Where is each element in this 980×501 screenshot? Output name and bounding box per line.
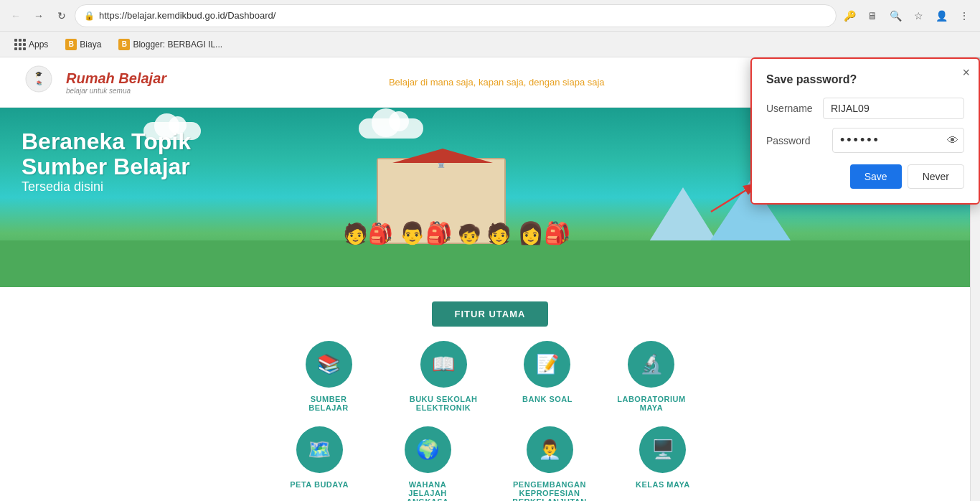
- page-content: 🎓 📚 Rumah Belajar belajar untuk semua Be…: [0, 57, 980, 501]
- laboratorium-maya-icon: 🔬: [628, 341, 674, 388]
- password-row: Password 👁: [766, 128, 964, 153]
- biaya-favicon: B: [65, 39, 77, 50]
- hero-subtitle: Tersedia disini: [22, 179, 191, 195]
- cast-button[interactable]: 🖥: [862, 6, 882, 26]
- buku-elektronik-icon: 📖: [420, 341, 467, 388]
- feature-wahana-jelajah[interactable]: 🌍 WAHANA JELAJAH ANGKASA: [392, 426, 463, 501]
- nav-actions: 🔑 🖥 🔍 ☆ 👤 ⋮: [839, 6, 974, 26]
- ground: [0, 240, 980, 287]
- menu-button[interactable]: ⋮: [954, 6, 974, 26]
- logo-text: Rumah Belajar belajar untuk semua: [66, 70, 166, 95]
- nav-bar: ← → ↻ 🔒 https://belajar.kemdikbud.go.id/…: [0, 0, 980, 32]
- wahana-jelajah-label: WAHANA JELAJAH ANGKASA: [392, 480, 463, 501]
- blogger-label: Blogger: BERBAGI IL...: [133, 39, 222, 50]
- sumber-belajar-icon: 📚: [306, 341, 352, 388]
- logo-title: Rumah Belajar: [66, 70, 166, 87]
- bookmark-blogger[interactable]: B Blogger: BERBAGI IL...: [113, 36, 228, 53]
- people-group: 🧑‍🎒 👨‍🎒 🧒 🧑 👩‍🎒: [343, 220, 570, 245]
- features-row-2: 🗺️ PETA BUDAYA 🌍 WAHANA JELAJAH ANGKASA …: [14, 426, 966, 501]
- logo-subtitle: belajar untuk semua: [66, 87, 166, 95]
- hero-title-line1: Beraneka Topik: [22, 129, 191, 154]
- cloud-2: [359, 118, 423, 139]
- save-password-dialog: Save password? × Username Password 👁 Sav…: [750, 57, 980, 205]
- back-button[interactable]: ←: [6, 6, 26, 26]
- show-password-icon[interactable]: 👁: [947, 134, 958, 147]
- hero-text: Beraneka Topik Sumber Belajar Tersedia d…: [22, 129, 191, 195]
- dialog-close-button[interactable]: ×: [962, 66, 970, 79]
- password-input[interactable]: [832, 128, 964, 153]
- bookmarks-bar: Apps B Biaya B Blogger: BERBAGI IL...: [0, 32, 980, 57]
- lock-icon: 🔒: [84, 11, 95, 21]
- apps-label: Apps: [29, 39, 48, 50]
- never-button[interactable]: Never: [908, 164, 964, 189]
- hero-title-line2: Sumber Belajar: [22, 154, 191, 179]
- svg-text:🎓: 🎓: [35, 70, 42, 78]
- wahana-jelajah-icon: 🌍: [405, 426, 451, 473]
- biaya-label: Biaya: [80, 39, 101, 50]
- bookmark-biaya[interactable]: B Biaya: [60, 36, 107, 53]
- dialog-title: Save password?: [766, 73, 964, 86]
- svg-text:📚: 📚: [37, 80, 42, 86]
- features-row-1: 📚 SUMBER BELAJAR 📖 BUKU SEKOLAH ELEKTRON…: [14, 327, 966, 426]
- address-bar[interactable]: 🔒 https://belajar.kemdikbud.go.id/Dashbo…: [75, 4, 837, 27]
- username-row: Username: [766, 98, 964, 119]
- feature-buku-elektronik[interactable]: 📖 BUKU SEKOLAH ELEKTRONIK: [407, 341, 479, 412]
- key-icon-button[interactable]: 🔑: [839, 6, 859, 26]
- reload-button[interactable]: ↻: [52, 6, 72, 26]
- fitur-utama-button[interactable]: FITUR UTAMA: [432, 301, 549, 327]
- svg-point-0: [26, 66, 52, 92]
- bookmark-apps[interactable]: Apps: [9, 36, 54, 53]
- save-button[interactable]: Save: [850, 164, 902, 189]
- fitur-section: FITUR UTAMA 📚 SUMBER BELAJAR 📖 BUKU SEKO…: [0, 287, 980, 501]
- logo-area: 🎓 📚 Rumah Belajar belajar untuk semua: [17, 65, 166, 100]
- username-label: Username: [766, 103, 814, 114]
- feature-sumber-belajar[interactable]: 📚 SUMBER BELAJAR: [293, 341, 364, 412]
- password-label: Password: [766, 135, 824, 146]
- kelas-maya-label: KELAS MAYA: [636, 480, 690, 489]
- browser-chrome: ← → ↻ 🔒 https://belajar.kemdikbud.go.id/…: [0, 0, 980, 501]
- feature-bank-soal[interactable]: 📝 BANK SOAL: [522, 341, 573, 412]
- bank-soal-icon: 📝: [524, 341, 570, 388]
- password-field-wrap: 👁: [832, 128, 964, 153]
- forward-button[interactable]: →: [29, 6, 49, 26]
- url-text: https://belajar.kemdikbud.go.id/Dashboar…: [99, 10, 827, 21]
- username-input[interactable]: [823, 98, 964, 119]
- search-button[interactable]: 🔍: [885, 6, 905, 26]
- apps-icon: [14, 39, 26, 50]
- blogger-favicon: B: [118, 39, 130, 50]
- feature-laboratorium-maya[interactable]: 🔬 LABORATORIUM MAYA: [616, 341, 687, 412]
- dialog-actions: Save Never: [766, 164, 964, 189]
- pengembangan-label: PENGEMBANGAN KEPROFESIAN BERKELANJUTAN: [507, 480, 593, 501]
- kelas-maya-icon: 🖥️: [639, 426, 686, 473]
- buku-elektronik-label: BUKU SEKOLAH ELEKTRONIK: [407, 395, 479, 412]
- bookmark-button[interactable]: ☆: [908, 6, 928, 26]
- sumber-belajar-label: SUMBER BELAJAR: [293, 395, 364, 412]
- site-tagline: Belajar di mana saja, kapan saja, dengan…: [166, 77, 826, 88]
- logo-image: 🎓 📚: [17, 65, 60, 100]
- pengembangan-icon: 👨‍💼: [527, 426, 573, 473]
- peta-budaya-label: PETA BUDAYA: [290, 480, 349, 489]
- peta-budaya-icon: 🗺️: [296, 426, 343, 473]
- feature-pengembangan-keprofesian[interactable]: 👨‍💼 PENGEMBANGAN KEPROFESIAN BERKELANJUT…: [507, 426, 593, 501]
- bank-soal-label: BANK SOAL: [522, 395, 573, 403]
- profile-button[interactable]: 👤: [931, 6, 951, 26]
- feature-peta-budaya[interactable]: 🗺️ PETA BUDAYA: [290, 426, 349, 501]
- laboratorium-maya-label: LABORATORIUM MAYA: [616, 395, 687, 412]
- feature-kelas-maya[interactable]: 🖥️ KELAS MAYA: [636, 426, 690, 501]
